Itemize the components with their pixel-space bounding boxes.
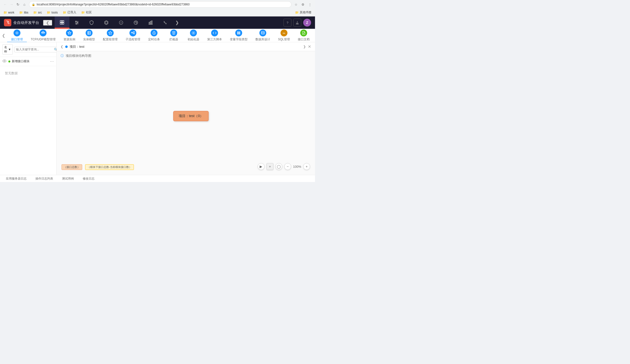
svg-marker-32 (108, 31, 112, 34)
sidebar-filter[interactable]: 名称 ▼ (2, 44, 13, 55)
header-nav-item-grid[interactable] (55, 16, 70, 29)
zoom-in-button[interactable]: + (266, 163, 274, 170)
play-button[interactable]: ▶ (258, 163, 264, 170)
status-item-server-log[interactable]: 应用服务器日志 (4, 176, 28, 182)
project-node[interactable]: 项目：test（0） (173, 111, 209, 121)
help-button[interactable]: ? (284, 19, 292, 26)
sub-nav-item-tcpudp[interactable]: TCP/UDP模型管理 (27, 29, 60, 42)
ar-icon: AR (118, 20, 124, 25)
hexagon-icon (103, 20, 109, 25)
sub-nav-item-variable[interactable]: 变量字段类型 (226, 29, 252, 42)
header-collapse-button[interactable]: ❮ (43, 20, 52, 25)
eye-icon[interactable] (2, 59, 6, 64)
sidebar-search[interactable]: 🔍 (14, 47, 60, 52)
network-icon (40, 29, 46, 36)
sub-nav-item-sql[interactable]: SQL SQL管理 (274, 29, 294, 42)
app-logo: 飞 全自动开发平台 (0, 19, 43, 26)
main-content: 名称 ▼ 🔍 − 新增接口模块 ⋯ 暂无 (0, 42, 315, 175)
svg-point-8 (77, 22, 78, 23)
forward-button[interactable]: → (9, 2, 14, 7)
zoom-out-button[interactable]: − (284, 163, 291, 170)
header-right: ? Z (280, 19, 315, 26)
status-item-test-case[interactable]: 测试用例 (60, 176, 76, 182)
sub-nav-item-initializer[interactable]: 初始化器 (184, 29, 203, 42)
user-avatar[interactable]: Z (303, 19, 311, 26)
folder-icon: 📁 (19, 11, 23, 14)
zoom-level: 100% (293, 165, 301, 168)
bookmark-community[interactable]: 📁 社区 (80, 10, 93, 15)
sub-nav-item-resource[interactable]: 资源实例 (60, 29, 79, 42)
svg-rect-3 (62, 22, 64, 24)
zoom-fit-button[interactable]: + (303, 163, 310, 170)
sub-nav-item-entity[interactable]: 实体模型 (79, 29, 99, 42)
header-nav-item-flow[interactable] (158, 16, 173, 29)
header-nav-item-hexagon[interactable] (99, 16, 114, 29)
canvas-info-text: 项目模块结构导图 (66, 54, 91, 58)
canvas-diagram[interactable]: 项目：test（0） ▶ + ◯ − 100% + （接口总数） （模块下接口总… (56, 60, 315, 175)
header-nav-item-sliders[interactable] (70, 16, 84, 29)
entity-icon (86, 29, 92, 36)
search-input[interactable] (16, 48, 53, 51)
legend-badge-module: （模块下接口总数-当前模块接口数） (85, 164, 134, 170)
add-module-button[interactable]: 新增接口模块 (6, 58, 50, 64)
sub-nav-item-config[interactable]: 配置组管理 (99, 29, 122, 42)
svg-point-43 (261, 31, 264, 32)
sub-nav-item-timer[interactable]: 定时任务 (144, 29, 164, 42)
flow-icon (162, 20, 168, 25)
sidebar-toolbar: 名称 ▼ 🔍 − (0, 42, 56, 57)
sub-nav-item-database[interactable]: 数据库设计 (252, 29, 274, 42)
resource-icon (66, 29, 73, 36)
other-bookmarks[interactable]: 📁 其他书签 (294, 10, 312, 15)
status-bar: 应用服务器日志 操作日志列表 测试用例 修改日志 (0, 175, 315, 182)
home-button[interactable]: ⌂ (22, 2, 27, 7)
header-nav-more-button[interactable]: ❯ (173, 20, 181, 25)
svg-rect-23 (42, 31, 44, 32)
extensions-button[interactable]: ⚙ (300, 2, 306, 7)
sub-nav-item-api[interactable]: 接口管理 (7, 29, 27, 42)
sub-nav-item-doc[interactable]: 接口文档 (294, 29, 314, 42)
breadcrumb-expand-button[interactable]: ❯ (303, 45, 306, 48)
svg-point-7 (76, 21, 76, 22)
svg-point-47 (4, 60, 5, 61)
subprocess-icon (130, 29, 136, 36)
sub-nav-scroll-left[interactable]: ❮ (0, 29, 7, 42)
sidebar-empty-text: 暂无数据 (0, 66, 56, 80)
svg-rect-1 (62, 20, 64, 22)
reload-button[interactable]: ↻ (15, 2, 21, 7)
url-text: localhost:8080/#/projectInfoManage?proje… (37, 3, 289, 6)
sub-nav-scroll-right[interactable]: ❯ (314, 29, 315, 42)
breadcrumb-close-button[interactable]: ✕ (308, 44, 311, 49)
header-nav-item-star[interactable] (128, 16, 143, 29)
bookmarks-bar: 📁 work 📁 libs 📁 src 📁 tools 📁 已导入 📁 社区 📁… (0, 9, 315, 16)
address-bar[interactable]: 🔒 localhost:8080/#/projectInfoManage?pro… (29, 1, 292, 8)
more-options-icon[interactable]: ⋯ (50, 59, 54, 64)
back-button[interactable]: ← (2, 2, 8, 7)
breadcrumb-text: 项目：test (70, 44, 84, 49)
folder-icon: 📁 (4, 11, 7, 14)
header-nav-item-barchart[interactable] (143, 16, 158, 29)
canvas-info-bar: ⓘ 项目模块结构导图 (56, 51, 315, 60)
bookmark-libs[interactable]: 📁 libs (18, 10, 29, 15)
bookmark-src[interactable]: 📁 src (32, 10, 43, 15)
doc-icon (300, 29, 307, 36)
status-item-modify-log[interactable]: 修改日志 (81, 176, 96, 182)
bookmark-imported[interactable]: 📁 已导入 (62, 10, 77, 15)
sub-nav-item-interceptor[interactable]: 拦截器 (164, 29, 184, 42)
header-nav-item-shield[interactable] (84, 16, 99, 29)
breadcrumb-collapse-button[interactable]: ❮ (60, 45, 63, 48)
bookmark-button[interactable]: ☆ (293, 2, 299, 7)
bookmark-work[interactable]: 📁 work (2, 10, 15, 15)
reset-zoom-button[interactable]: ◯ (276, 163, 282, 170)
sub-nav-item-subprocess[interactable]: 子流程管理 (122, 29, 144, 42)
sub-nav-item-script[interactable]: 第三方脚本 (203, 29, 226, 42)
header-nav: AR (52, 16, 280, 29)
status-item-operation-log[interactable]: 操作日志列表 (34, 176, 55, 182)
browser-chrome: ← → ↻ ⌂ 🔒 localhost:8080/#/projectInfoMa… (0, 0, 315, 16)
header-nav-item-ar[interactable]: AR (114, 16, 128, 29)
download-button[interactable] (293, 19, 301, 26)
bookmark-tools[interactable]: 📁 tools (46, 10, 58, 15)
menu-button[interactable]: ⋮ (307, 2, 312, 7)
folder-icon: 📁 (295, 11, 299, 14)
legend-item-total: （接口总数） (62, 164, 82, 170)
app-title: 全自动开发平台 (13, 20, 39, 25)
